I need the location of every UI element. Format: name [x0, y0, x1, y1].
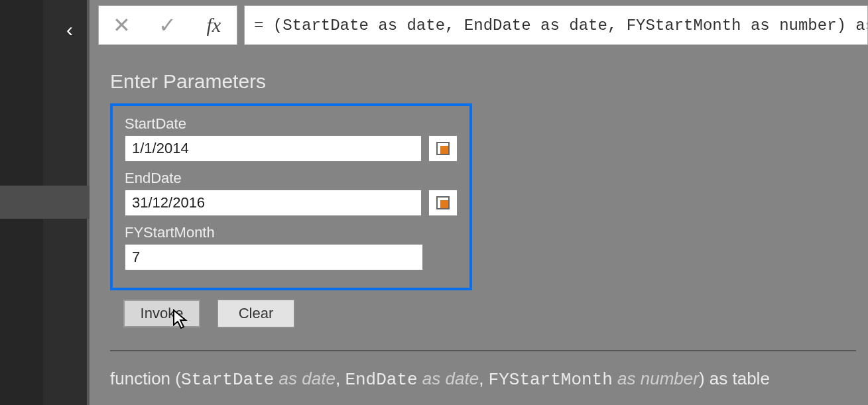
signature-as2: as	[418, 369, 446, 388]
collapse-chevron-icon[interactable]: ‹	[66, 19, 73, 41]
signature-prefix: function (	[110, 369, 181, 388]
startdate-label: StartDate	[125, 115, 458, 133]
signature-type1: date	[302, 369, 336, 388]
enddate-input[interactable]	[125, 190, 422, 216]
selected-query-row[interactable]	[0, 186, 90, 219]
formula-bar-row: ✕ ✓ fx = (StartDate as date, EndDate as …	[98, 5, 868, 45]
queries-panel: ‹	[0, 0, 90, 405]
clear-button[interactable]: Clear	[217, 300, 294, 327]
signature-suffix: ) as table	[699, 369, 770, 388]
formula-bar-controls: ✕ ✓ fx	[98, 5, 237, 45]
cancel-formula-icon[interactable]: ✕	[102, 13, 142, 38]
signature-param2: EndDate	[345, 370, 417, 390]
signature-type3: number	[641, 369, 699, 388]
signature-as3: as	[613, 369, 641, 388]
signature-as1: as	[274, 369, 302, 388]
fystartmonth-label: FYStartMonth	[125, 224, 458, 241]
enddate-datepicker-button[interactable]	[428, 190, 458, 216]
function-signature: function (StartDate as date, EndDate as …	[110, 369, 856, 390]
enddate-label: EndDate	[125, 170, 458, 187]
commit-formula-icon[interactable]: ✓	[148, 13, 188, 38]
parameters-group: StartDate EndDate FYStartMonth	[110, 103, 472, 290]
signature-param3: FYStartMonth	[489, 370, 613, 390]
parameter-buttons-row: Invoke Clear	[123, 300, 856, 327]
signature-sep2: ,	[479, 369, 488, 388]
signature-param1: StartDate	[181, 370, 274, 390]
invoke-button[interactable]: Invoke	[123, 300, 200, 327]
formula-bar-input[interactable]: = (StartDate as date, EndDate as date, F…	[244, 5, 868, 45]
section-divider	[110, 350, 856, 351]
startdate-input[interactable]	[125, 135, 422, 162]
parameters-heading: Enter Parameters	[110, 70, 856, 93]
startdate-datepicker-button[interactable]	[428, 135, 458, 162]
calendar-icon	[436, 196, 450, 209]
calendar-icon	[436, 142, 450, 155]
fystartmonth-input[interactable]	[125, 244, 423, 270]
signature-sep1: ,	[336, 369, 345, 388]
parameters-pane: Enter Parameters StartDate EndDate FYSta…	[98, 45, 868, 405]
fx-icon[interactable]: fx	[194, 14, 233, 36]
signature-type2: date	[446, 369, 479, 388]
